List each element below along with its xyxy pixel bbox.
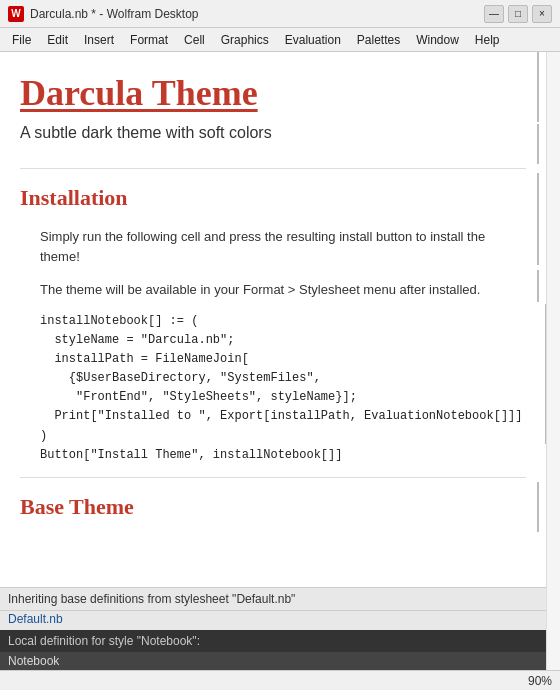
code-line-1: installNotebook[] := ( (40, 312, 522, 331)
basetheme-cell-content: Base Theme (0, 482, 534, 532)
notebook-main: Darcula Theme A subtle dark theme with s… (0, 52, 546, 670)
code-line-7: ) (40, 427, 522, 446)
info-bar-light: Inheriting base definitions from stylesh… (0, 587, 546, 611)
menu-bar: File Edit Insert Format Cell Graphics Ev… (0, 28, 560, 52)
subtitle-cell-content: A subtle dark theme with soft colors (0, 124, 534, 164)
menu-file[interactable]: File (4, 28, 39, 51)
notebook-scroll[interactable]: Darcula Theme A subtle dark theme with s… (0, 52, 546, 587)
menu-help[interactable]: Help (467, 28, 508, 51)
title-bar: W Darcula.nb * - Wolfram Desktop — □ × (0, 0, 560, 28)
para2-cell: The theme will be available in your Form… (0, 270, 546, 304)
subtitle-bracket (534, 124, 546, 164)
info-link-bar: Default.nb (0, 611, 546, 630)
code-line-3: installPath = FileNameJoin[ (40, 350, 522, 369)
divider-2 (20, 477, 526, 478)
window-title: Darcula.nb * - Wolfram Desktop (30, 7, 484, 21)
notebook-title-section: Darcula Theme (0, 52, 534, 124)
title-cell-content: Darcula Theme (0, 52, 534, 124)
default-nb-link[interactable]: Default.nb (8, 612, 63, 626)
info-bar-dark-inner: Notebook (0, 652, 546, 670)
para2-text: The theme will be available in your Form… (0, 270, 534, 304)
code-block[interactable]: installNotebook[] := ( styleName = "Darc… (40, 312, 522, 466)
basetheme-cell: Base Theme (0, 482, 546, 532)
title-cell: Darcula Theme (0, 52, 546, 124)
divider-1 (20, 168, 526, 169)
para1-cell: Simply run the following cell and press … (0, 223, 546, 270)
window-controls: — □ × (484, 5, 552, 23)
info-dark-value: Notebook (8, 654, 59, 668)
installation-heading: Installation (0, 173, 534, 219)
app-icon: W (8, 6, 24, 22)
info-dark-label: Local definition for style "Notebook": (8, 634, 200, 648)
info-light-text: Inheriting base definitions from stylesh… (8, 592, 295, 606)
menu-format[interactable]: Format (122, 28, 176, 51)
subtitle-text: A subtle dark theme with soft colors (20, 124, 272, 141)
info-bar-dark: Local definition for style "Notebook": (0, 630, 546, 652)
notebook-title: Darcula Theme (20, 72, 258, 114)
menu-evaluation[interactable]: Evaluation (277, 28, 349, 51)
zoom-level: 90% (528, 674, 552, 688)
para1-text: Simply run the following cell and press … (0, 223, 534, 270)
app-icon-letter: W (11, 8, 20, 19)
para1-content: Simply run the following cell and press … (0, 223, 534, 270)
scrollbar[interactable] (546, 52, 560, 670)
title-bracket (534, 52, 546, 122)
code-line-6: Print["Installed to ", Export[installPat… (40, 407, 522, 426)
menu-window[interactable]: Window (408, 28, 467, 51)
code-line-8: Button["Install Theme", installNotebook[… (40, 446, 522, 465)
menu-edit[interactable]: Edit (39, 28, 76, 51)
installation-cell-content: Installation (0, 173, 534, 223)
para1-bracket (534, 223, 546, 265)
content-area: Darcula Theme A subtle dark theme with s… (0, 52, 560, 670)
maximize-button[interactable]: □ (508, 5, 528, 23)
menu-graphics[interactable]: Graphics (213, 28, 277, 51)
minimize-button[interactable]: — (484, 5, 504, 23)
basetheme-bracket (534, 482, 546, 532)
menu-insert[interactable]: Insert (76, 28, 122, 51)
code-cell: installNotebook[] := ( styleName = "Darc… (0, 304, 546, 474)
code-line-2: styleName = "Darcula.nb"; (40, 331, 522, 350)
status-bar: 90% (0, 670, 560, 690)
code-line-4: {$UserBaseDirectory, "SystemFiles", (40, 369, 522, 388)
para2-content: The theme will be available in your Form… (0, 270, 534, 304)
bottom-bars: Inheriting base definitions from stylesh… (0, 587, 546, 670)
code-bracket (542, 304, 546, 444)
code-line-5: "FrontEnd", "StyleSheets", styleName}]; (40, 388, 522, 407)
menu-cell[interactable]: Cell (176, 28, 213, 51)
installation-cell: Installation (0, 173, 546, 223)
subtitle-section: A subtle dark theme with soft colors (0, 124, 534, 158)
close-button[interactable]: × (532, 5, 552, 23)
basetheme-heading: Base Theme (0, 482, 534, 528)
para2-bracket (534, 270, 546, 302)
subtitle-cell: A subtle dark theme with soft colors (0, 124, 546, 164)
menu-palettes[interactable]: Palettes (349, 28, 408, 51)
installation-bracket (534, 173, 546, 223)
code-cell-content: installNotebook[] := ( styleName = "Darc… (0, 304, 542, 474)
